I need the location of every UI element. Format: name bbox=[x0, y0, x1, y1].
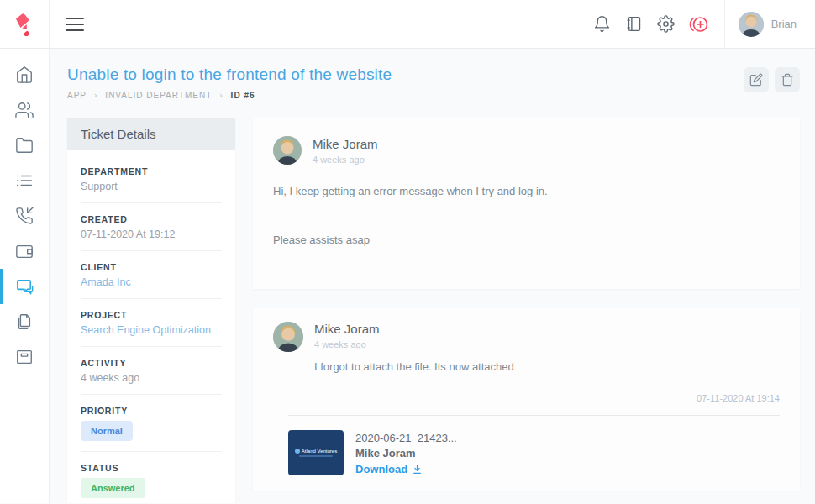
message-card: Mike Joram 4 weeks ago Hi, I keep gettin… bbox=[253, 118, 800, 289]
attachment: Atland Ventures 2020-06-21_21423... Mike… bbox=[288, 430, 780, 475]
message-author-avatar bbox=[273, 136, 302, 165]
message-time: 4 weeks ago bbox=[313, 155, 378, 165]
field-department: DEPARTMENT Support bbox=[81, 155, 222, 203]
create-new-button[interactable] bbox=[682, 8, 714, 40]
field-label: DEPARTMENT bbox=[81, 166, 222, 176]
folder-icon bbox=[15, 136, 34, 155]
brand-logo-icon bbox=[13, 13, 36, 36]
field-value: 4 weeks ago bbox=[81, 372, 222, 384]
field-label: CLIENT bbox=[81, 262, 222, 272]
sidebar-item-documents[interactable] bbox=[0, 304, 49, 339]
sidebar-item-archive[interactable] bbox=[0, 339, 49, 375]
chat-icon bbox=[15, 277, 34, 297]
create-new-icon bbox=[687, 14, 709, 34]
message-author: Mike Joram bbox=[313, 137, 378, 151]
users-icon bbox=[15, 101, 34, 119]
field-label: PRIORITY bbox=[81, 406, 222, 416]
message-author: Mike Joram bbox=[314, 322, 514, 336]
field-activity: ACTIVITY 4 weeks ago bbox=[81, 347, 222, 395]
field-label: ACTIVITY bbox=[81, 358, 222, 368]
notebook-icon bbox=[625, 15, 643, 33]
attachment-brand-tagline bbox=[299, 455, 333, 457]
attachment-uploader: Mike Joram bbox=[355, 447, 457, 459]
client-link[interactable]: Amada Inc bbox=[81, 276, 222, 288]
attachment-thumbnail[interactable]: Atland Ventures bbox=[288, 430, 344, 475]
main-content: Unable to login to the frontend of the w… bbox=[50, 49, 815, 503]
breadcrumb-department[interactable]: INVALID DEPARTMENT bbox=[105, 91, 212, 100]
field-status: STATUS Answered bbox=[81, 452, 222, 503]
settings-button[interactable] bbox=[650, 8, 682, 40]
list-icon bbox=[15, 171, 34, 190]
field-value: Support bbox=[81, 181, 222, 192]
trash-icon bbox=[781, 73, 794, 87]
archive-icon bbox=[15, 348, 34, 366]
header-actions bbox=[744, 67, 800, 92]
bell-icon bbox=[593, 15, 611, 33]
sidebar bbox=[0, 49, 50, 503]
breadcrumb-separator: › bbox=[94, 91, 97, 100]
field-label: CREATED bbox=[81, 214, 222, 224]
download-label: Download bbox=[355, 463, 408, 475]
message-author-avatar bbox=[273, 322, 303, 352]
sidebar-item-clients[interactable] bbox=[0, 92, 49, 128]
contacts-button[interactable] bbox=[618, 8, 650, 40]
field-label: STATUS bbox=[81, 463, 222, 473]
breadcrumb-separator: › bbox=[219, 91, 223, 100]
sidebar-item-calls[interactable] bbox=[0, 198, 49, 234]
breadcrumb-ticket-id: ID #6 bbox=[231, 91, 255, 100]
divider bbox=[288, 415, 780, 416]
breadcrumb-app[interactable]: APP bbox=[67, 91, 87, 100]
page-title: Unable to login to the frontend of the w… bbox=[67, 66, 744, 84]
app-logo[interactable] bbox=[0, 0, 50, 49]
sidebar-item-tickets[interactable] bbox=[0, 269, 49, 304]
sidebar-item-projects[interactable] bbox=[0, 128, 49, 163]
message-thread: Mike Joram 4 weeks ago Hi, I keep gettin… bbox=[253, 118, 800, 503]
home-icon bbox=[15, 66, 34, 84]
field-client: CLIENT Amada Inc bbox=[81, 251, 222, 299]
copy-icon bbox=[15, 312, 34, 331]
attachment-brand-name: Atland Ventures bbox=[302, 449, 337, 454]
message-text: I forgot to attach the file. Its now att… bbox=[314, 360, 514, 373]
message-text: Please assists asap bbox=[273, 234, 780, 246]
page-header: Unable to login to the frontend of the w… bbox=[67, 66, 800, 100]
download-link[interactable]: Download bbox=[355, 463, 457, 475]
delete-ticket-icon-button[interactable] bbox=[775, 67, 800, 92]
field-project: PROJECT Search Engine Optimization bbox=[81, 299, 222, 347]
attachment-brand-icon bbox=[295, 449, 300, 454]
field-value: 07-11-2020 At 19:12 bbox=[81, 228, 222, 240]
app-window: Brian bbox=[0, 0, 815, 504]
edit-ticket-icon-button[interactable] bbox=[744, 67, 769, 92]
user-menu[interactable]: Brian bbox=[725, 0, 815, 49]
edit-icon bbox=[749, 73, 763, 87]
field-created: CREATED 07-11-2020 At 19:12 bbox=[81, 203, 222, 251]
sidebar-item-payments[interactable] bbox=[0, 234, 49, 269]
message-timestamp: 07-11-2020 At 19:14 bbox=[273, 393, 780, 403]
wallet-icon bbox=[15, 242, 34, 260]
sidebar-item-tasks[interactable] bbox=[0, 163, 49, 198]
message-text: Hi, I keep getting an error message when… bbox=[273, 185, 780, 197]
user-name: Brian bbox=[771, 18, 797, 30]
status-badge: Answered bbox=[81, 478, 145, 498]
user-avatar bbox=[739, 12, 764, 37]
breadcrumb: APP › INVALID DEPARTMENT › ID #6 bbox=[67, 91, 744, 100]
project-link[interactable]: Search Engine Optimization bbox=[81, 324, 222, 336]
attachment-filename: 2020-06-21_21423... bbox=[355, 432, 457, 444]
sidebar-item-home[interactable] bbox=[0, 57, 49, 92]
phone-incoming-icon bbox=[15, 207, 34, 225]
priority-badge: Normal bbox=[81, 421, 133, 441]
message-card: Mike Joram 4 weeks ago I forgot to attac… bbox=[253, 308, 800, 491]
ticket-details-title: Ticket Details bbox=[67, 118, 235, 150]
notifications-button[interactable] bbox=[586, 8, 618, 40]
field-label: PROJECT bbox=[81, 310, 222, 320]
gear-icon bbox=[657, 15, 675, 33]
field-priority: PRIORITY Normal bbox=[81, 395, 222, 452]
menu-toggle-button[interactable] bbox=[58, 8, 92, 41]
message-time: 4 weeks ago bbox=[314, 339, 514, 349]
ticket-details-panel: Ticket Details DEPARTMENT Support CREATE… bbox=[67, 118, 235, 503]
download-icon bbox=[412, 464, 423, 475]
topbar: Brian bbox=[0, 0, 815, 49]
